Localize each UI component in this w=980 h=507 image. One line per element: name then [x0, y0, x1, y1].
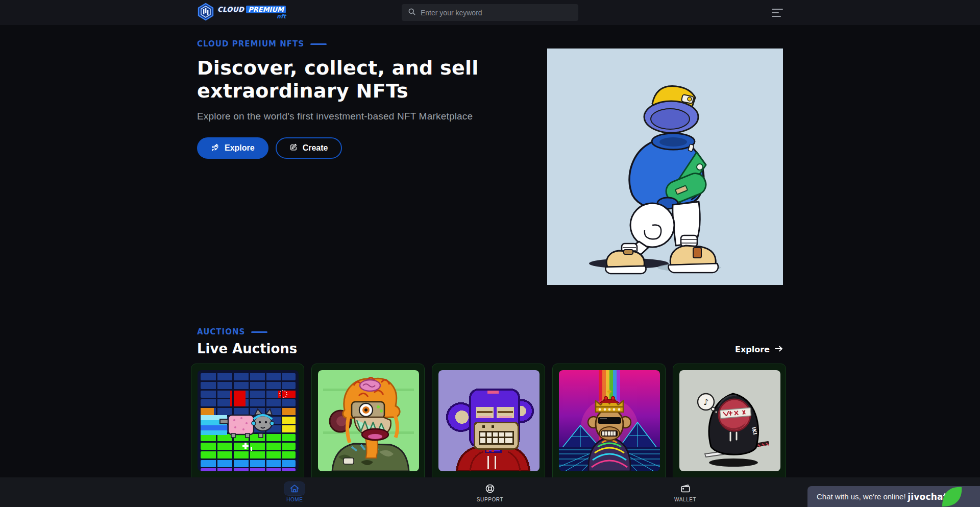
auctions-title: Live Auctions [197, 341, 297, 356]
page-title: Discover, collect, and sell extraordinar… [197, 57, 479, 103]
chat-widget[interactable]: Chat with us, we're online! jivochat [807, 486, 980, 507]
arrow-right-icon [774, 345, 783, 354]
nav-item-support[interactable]: SUPPORT [393, 477, 588, 507]
home-icon [284, 482, 305, 495]
ninja-with-katana-art: IKI ♪ [679, 370, 780, 471]
hero-section: CLOUD PREMIUM NFTS Discover, collect, an… [197, 25, 783, 285]
eyebrow-dash [251, 331, 267, 333]
site-logo[interactable]: CLOUD PREMIUM nft [197, 3, 286, 23]
chat-message: Chat with us, we're online! [817, 492, 906, 501]
nav-item-home[interactable]: HOME [197, 477, 393, 507]
logo-wordmark: CLOUD PREMIUM nft [217, 6, 286, 19]
nyan-cat-pixel-grid-art [198, 370, 299, 471]
hero-eyebrow-row: CLOUD PREMIUM NFTS [197, 39, 479, 49]
auctions-eyebrow: AUCTIONS [197, 327, 245, 336]
hero-illustration [547, 49, 783, 285]
vaporwave-crowned-ape-art [559, 370, 660, 471]
search-box[interactable] [402, 4, 578, 21]
create-button[interactable]: Create [276, 137, 342, 159]
wallet-icon [675, 482, 696, 495]
svg-text:♪: ♪ [703, 397, 708, 407]
eyebrow-dash [310, 43, 327, 45]
hamburger-menu-icon[interactable] [772, 7, 783, 19]
hero-subtitle: Explore on the world's first investment-… [197, 111, 479, 122]
lifebuoy-icon [480, 482, 500, 495]
auctions-explore-link[interactable]: Explore [735, 345, 783, 356]
hero-eyebrow: CLOUD PREMIUM NFTS [197, 39, 304, 49]
pixel-ape-red-hoodie-art [438, 370, 540, 471]
top-bar: CLOUD PREMIUM nft [0, 0, 980, 25]
rocket-icon [211, 143, 219, 154]
search-input[interactable] [421, 9, 572, 17]
explore-button[interactable]: Explore [197, 137, 268, 159]
mutant-ape-art [318, 370, 419, 471]
search-icon [408, 8, 416, 18]
hexagon-logo-icon [197, 3, 214, 23]
nav-item-wallet[interactable]: WALLET [587, 477, 783, 507]
leaf-icon [941, 486, 963, 507]
edit-icon [289, 143, 298, 153]
